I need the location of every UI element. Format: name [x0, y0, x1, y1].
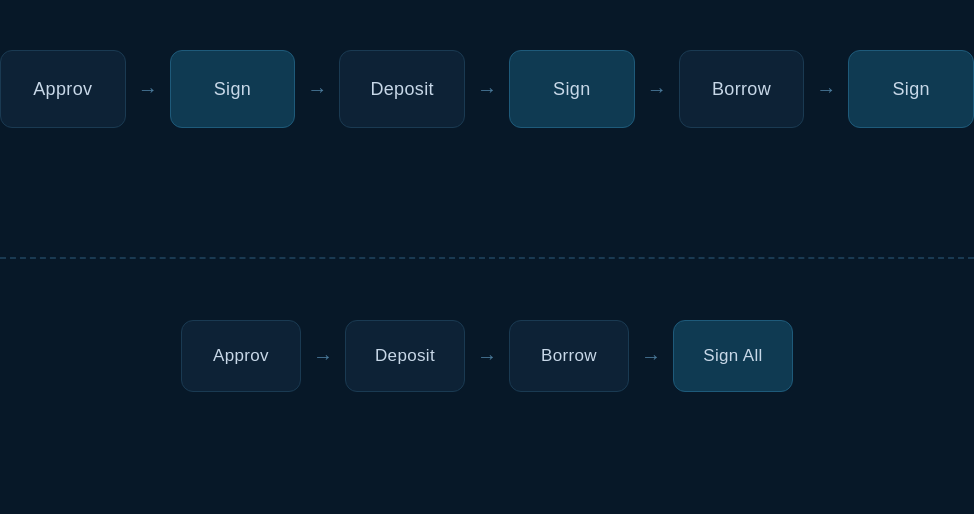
arrow-1-4: → — [647, 78, 667, 101]
arrow-1-3: → — [477, 78, 497, 101]
step-r2-signall[interactable]: Sign All — [673, 320, 793, 392]
arrow-2-2: → — [477, 345, 497, 368]
arrow-1-1: → — [138, 78, 158, 101]
step-r1-sign3[interactable]: Sign — [848, 50, 974, 128]
step-r2-deposit[interactable]: Deposit — [345, 320, 465, 392]
flow-row-1: Approv → Sign → Deposit → Sign → Borrow … — [0, 50, 974, 128]
arrow-2-1: → — [313, 345, 333, 368]
step-r1-borrow[interactable]: Borrow — [679, 50, 805, 128]
step-r2-borrow[interactable]: Borrow — [509, 320, 629, 392]
arrow-1-5: → — [816, 78, 836, 101]
arrow-2-3: → — [641, 345, 661, 368]
step-r1-sign2[interactable]: Sign — [509, 50, 635, 128]
step-r1-approv[interactable]: Approv — [0, 50, 126, 128]
step-r1-sign1[interactable]: Sign — [170, 50, 296, 128]
section-divider — [0, 257, 974, 259]
step-r2-approv[interactable]: Approv — [181, 320, 301, 392]
arrow-1-2: → — [307, 78, 327, 101]
step-r1-deposit[interactable]: Deposit — [339, 50, 465, 128]
flow-row-2: Approv → Deposit → Borrow → Sign All — [0, 320, 974, 392]
